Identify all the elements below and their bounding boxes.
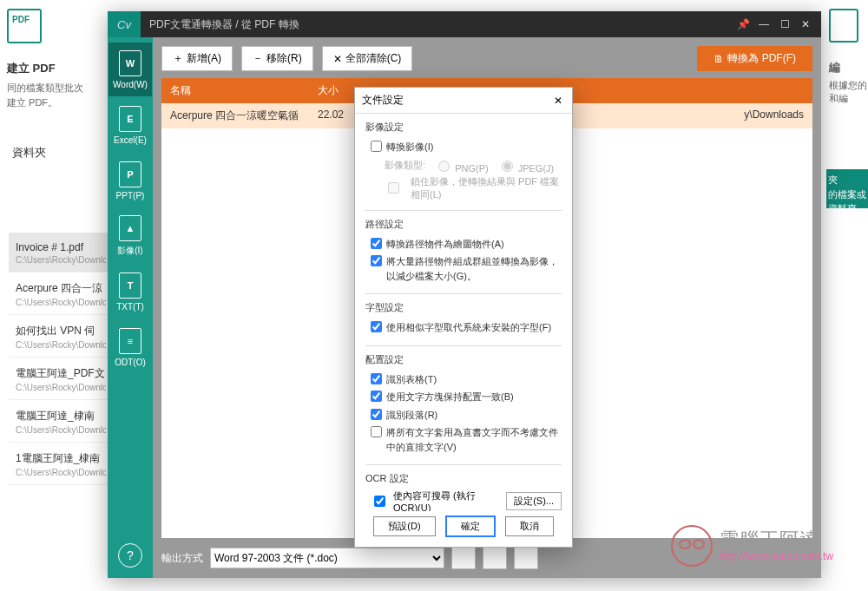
- list-item[interactable]: 電腦王阿達_棣南 C:\Users\Rocky\Downlo: [9, 400, 113, 443]
- path1-checkbox[interactable]: [371, 238, 382, 249]
- odt-icon: ≡: [119, 328, 141, 354]
- image-icon: ▲: [119, 215, 141, 241]
- window-title: PDF文電通轉換器 / 從 PDF 轉換: [149, 17, 299, 32]
- font-section-title: 字型設定: [365, 301, 562, 314]
- txt-icon: T: [119, 273, 141, 299]
- list-item[interactable]: Acerpure 四合一涼 C:\Users\Rocky\Downlo: [9, 273, 113, 315]
- clock-icon: ◔: [522, 552, 530, 564]
- app-logo: Cv: [108, 11, 141, 37]
- convert-image-label: 轉換影像(I): [386, 140, 562, 154]
- paragraph-checkbox[interactable]: [371, 409, 382, 420]
- clear-button[interactable]: ✕全部清除(C): [322, 46, 413, 71]
- output-label: 輸出方式: [161, 551, 203, 566]
- path1-label: 轉換路徑物件為繪圖物件(A): [386, 237, 562, 252]
- ocr-label: 使內容可搜尋 (執行 OCR)(U): [393, 489, 501, 511]
- settings-button[interactable]: ✿: [451, 547, 476, 569]
- convert-image-checkbox[interactable]: [371, 141, 382, 152]
- layout-section-title: 配置設定: [365, 353, 562, 366]
- edit-desc2: 和編: [829, 92, 868, 105]
- file-list: Invoice # 1.pdf C:\Users\Rocky\Downlo Ac…: [9, 233, 113, 485]
- lock-images-label: 鎖住影像，使轉換結果與 PDF 檔案相同(L): [411, 175, 562, 201]
- watermark-avatar-icon: [671, 525, 713, 567]
- ocr-section-title: OCR 設定: [365, 472, 562, 485]
- add-button[interactable]: ＋新增(A): [161, 46, 233, 71]
- textbox-label: 使用文字方塊保持配置一致(B): [386, 390, 562, 404]
- bg-right-green: 夾 的檔案或資料夾: [826, 169, 868, 208]
- maximize-button[interactable]: ☐: [774, 14, 795, 35]
- vertical-checkbox[interactable]: [371, 426, 382, 437]
- watermark-url: http://www.kocpc.com.tw: [720, 551, 833, 562]
- word-icon: W: [119, 50, 141, 76]
- list-item[interactable]: 如何找出 VPN 伺 C:\Users\Rocky\Downlo: [9, 315, 113, 358]
- dialog-close-button[interactable]: ✕: [551, 95, 565, 107]
- remove-button[interactable]: －移除(R): [241, 46, 313, 71]
- image-section-title: 影像設定: [365, 121, 562, 134]
- format-word[interactable]: W Word(W): [108, 43, 152, 96]
- pin-icon[interactable]: 📌: [733, 14, 753, 35]
- excel-icon: E: [119, 106, 141, 132]
- plus-icon: ＋: [173, 51, 183, 66]
- minus-icon: －: [253, 51, 263, 66]
- gear-icon: ✿: [459, 552, 468, 564]
- dialog-title: 文件設定: [362, 93, 404, 108]
- toolbar: ＋新增(A) －移除(R) ✕全部清除(C) 🗎轉換為 PDF(F): [161, 46, 812, 71]
- create-pdf-icon: [7, 9, 42, 43]
- dialog-titlebar: 文件設定 ✕: [355, 88, 572, 114]
- path-section-title: 路徑設定: [365, 218, 562, 231]
- format-odt[interactable]: ≡ ODT(O): [108, 320, 152, 374]
- table-checkbox[interactable]: [371, 373, 382, 384]
- jpeg-radio: [502, 161, 513, 172]
- png-radio: [438, 161, 450, 172]
- ocr-settings-button[interactable]: 設定(S)...: [506, 492, 562, 510]
- format-excel[interactable]: E Excel(E): [108, 98, 152, 152]
- ocr-checkbox[interactable]: [374, 496, 385, 507]
- edit-title: 編: [829, 60, 868, 76]
- default-button[interactable]: 預設(D): [373, 516, 435, 536]
- watermark: 電腦王阿達 http://www.kocpc.com.tw: [671, 525, 833, 567]
- path2-label: 將大量路徑物件組成群組並轉換為影像，以減少檔案大小(G)。: [386, 254, 562, 283]
- output-location-button[interactable]: ⇥: [483, 547, 507, 569]
- paragraph-label: 識別段落(R): [386, 408, 562, 423]
- convert-icon: 🗎: [713, 53, 724, 65]
- watermark-name: 電腦王阿達: [720, 529, 833, 550]
- close-button[interactable]: ✕: [795, 14, 816, 35]
- textbox-checkbox[interactable]: [371, 391, 382, 402]
- col-name: 名稱: [170, 83, 318, 98]
- format-txt[interactable]: T TXT(T): [108, 265, 152, 318]
- output-format-select[interactable]: Word 97-2003 文件 (*.doc): [210, 548, 444, 568]
- convert-button[interactable]: 🗎轉換為 PDF(F): [697, 46, 812, 71]
- list-item[interactable]: 1電腦王阿達_棣南 C:\Users\Rocky\Downlo: [9, 443, 113, 485]
- path2-checkbox[interactable]: [371, 255, 382, 266]
- export-icon: ⇥: [490, 552, 499, 564]
- font-checkbox[interactable]: [371, 321, 382, 332]
- list-item[interactable]: 電腦王阿達_PDF文 C:\Users\Rocky\Downlo: [9, 358, 113, 400]
- lock-images-checkbox: [388, 182, 399, 194]
- ppt-icon: P: [119, 161, 141, 187]
- doc-settings-dialog: 文件設定 ✕ 影像設定 轉換影像(I) 影像類型: PNG(P) JPEG(J)…: [354, 87, 573, 548]
- font-label: 使用相似字型取代系統未安裝的字型(F): [386, 320, 562, 335]
- help-button[interactable]: ?: [118, 543, 142, 568]
- create-pdf-desc1: 同的檔案類型批次: [7, 82, 97, 95]
- bg-right-panel: 編 根據您的 和編: [829, 9, 868, 78]
- edit-pdf-icon: [829, 9, 858, 43]
- folder-label: 資料夾: [7, 136, 97, 169]
- table-label: 識別表格(T): [386, 372, 562, 387]
- format-ppt[interactable]: P PPT(P): [108, 154, 152, 207]
- image-type-label: 影像類型:: [385, 159, 425, 172]
- edit-desc1: 根據您的: [829, 79, 868, 92]
- titlebar: Cv PDF文電通轉換器 / 從 PDF 轉換 📌 — ☐ ✕: [108, 11, 821, 37]
- minimize-button[interactable]: —: [753, 14, 774, 35]
- cancel-button[interactable]: 取消: [505, 516, 554, 536]
- format-image[interactable]: ▲ 影像(I): [108, 209, 152, 263]
- ok-button[interactable]: 確定: [446, 516, 495, 536]
- vertical-label: 將所有文字套用為直書文字而不考慮文件中的直排文字(V): [386, 425, 562, 454]
- create-pdf-desc2: 建立 PDF。: [7, 96, 97, 109]
- list-item[interactable]: Invoice # 1.pdf C:\Users\Rocky\Downlo: [9, 233, 113, 273]
- format-sidebar: W Word(W) E Excel(E) P PPT(P) ▲ 影像(I) T …: [108, 37, 153, 578]
- history-button[interactable]: ◔: [514, 547, 538, 569]
- x-icon: ✕: [333, 53, 342, 65]
- create-pdf-title: 建立 PDF: [7, 61, 97, 76]
